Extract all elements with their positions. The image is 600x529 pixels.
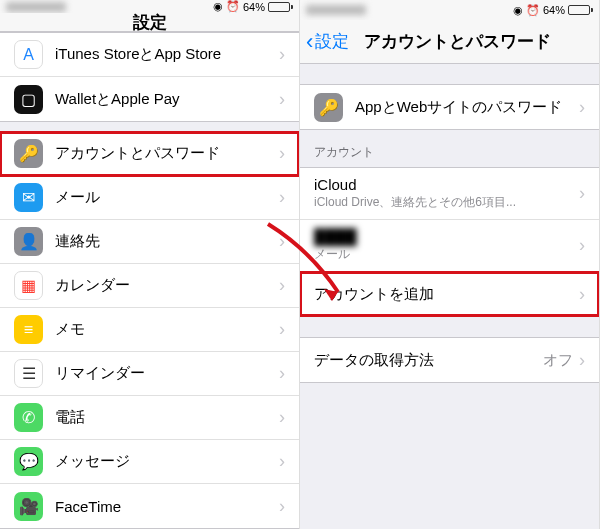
row-label: WalletとApple Pay bbox=[55, 90, 279, 109]
row-subtitle: メール bbox=[314, 246, 579, 263]
nav-bar: ‹ 設定 アカウントとパスワード bbox=[300, 20, 599, 64]
itunes-appstore-icon: A bbox=[14, 40, 43, 69]
accounts-passwords-row[interactable]: 🔑アカウントとパスワード› bbox=[0, 132, 299, 176]
status-bar: ◉ ⏰ 64% bbox=[300, 0, 599, 20]
key-icon: 🔑 bbox=[314, 93, 343, 122]
status-icons: ◉ ⏰ bbox=[513, 4, 540, 17]
chevron-right-icon: › bbox=[279, 89, 285, 110]
chevron-left-icon: ‹ bbox=[306, 29, 313, 55]
status-bar: ◉ ⏰ 64% bbox=[0, 0, 299, 13]
itunes-appstore-row[interactable]: AiTunes StoreとApp Store› bbox=[0, 33, 299, 77]
chevron-right-icon: › bbox=[279, 275, 285, 296]
row-label: FaceTime bbox=[55, 498, 279, 515]
row-label: リマインダー bbox=[55, 364, 279, 383]
battery-percent: 64% bbox=[543, 4, 565, 16]
accounts-group: iCloud iCloud Drive、連絡先とその他6項目... › ████… bbox=[300, 167, 599, 317]
row-label: iTunes StoreとApp Store bbox=[55, 45, 279, 64]
calendar-row[interactable]: ▦カレンダー› bbox=[0, 264, 299, 308]
chevron-right-icon: › bbox=[279, 451, 285, 472]
chevron-right-icon: › bbox=[279, 363, 285, 384]
chevron-right-icon: › bbox=[579, 284, 585, 305]
row-label: ████ bbox=[314, 228, 579, 246]
chevron-right-icon: › bbox=[279, 231, 285, 252]
back-button[interactable]: ‹ 設定 bbox=[300, 29, 349, 55]
calendar-icon: ▦ bbox=[14, 271, 43, 300]
contacts-row[interactable]: 👤連絡先› bbox=[0, 220, 299, 264]
row-label: データの取得方法 bbox=[314, 351, 543, 370]
row-label: AppとWebサイトのパスワード bbox=[355, 98, 579, 117]
row-label: カレンダー bbox=[55, 276, 279, 295]
chevron-right-icon: › bbox=[279, 187, 285, 208]
row-label: 連絡先 bbox=[55, 232, 279, 251]
fetch-group: データの取得方法 オフ › bbox=[300, 337, 599, 383]
icloud-row[interactable]: iCloud iCloud Drive、連絡先とその他6項目... › bbox=[300, 168, 599, 220]
chevron-right-icon: › bbox=[279, 319, 285, 340]
carrier-blur bbox=[306, 5, 366, 15]
chevron-right-icon: › bbox=[579, 350, 585, 371]
facetime-row[interactable]: 🎥FaceTime› bbox=[0, 484, 299, 528]
accounts-pane: ◉ ⏰ 64% ‹ 設定 アカウントとパスワード 🔑 AppとWebサイトのパス… bbox=[300, 0, 600, 529]
row-label: アカウントを追加 bbox=[314, 285, 579, 304]
chevron-right-icon: › bbox=[579, 183, 585, 204]
row-label: iCloud bbox=[314, 176, 579, 194]
battery-icon bbox=[268, 2, 293, 12]
messages-row[interactable]: 💬メッセージ› bbox=[0, 440, 299, 484]
settings-pane: ◉ ⏰ 64% 設定 AiTunes StoreとApp Store›▢Wall… bbox=[0, 0, 300, 529]
chevron-right-icon: › bbox=[279, 496, 285, 517]
accounts-passwords-icon: 🔑 bbox=[14, 139, 43, 168]
wallet-applepay-row[interactable]: ▢WalletとApple Pay› bbox=[0, 77, 299, 121]
wallet-applepay-icon: ▢ bbox=[14, 85, 43, 114]
facetime-icon: 🎥 bbox=[14, 492, 43, 521]
notes-icon: ≡ bbox=[14, 315, 43, 344]
status-icons: ◉ ⏰ bbox=[213, 0, 240, 13]
nav-title: 設定 bbox=[0, 11, 299, 34]
reminders-row[interactable]: ☰リマインダー› bbox=[0, 352, 299, 396]
row-detail: オフ bbox=[543, 351, 573, 370]
battery-icon bbox=[568, 5, 593, 15]
mail-icon: ✉ bbox=[14, 183, 43, 212]
add-account-row[interactable]: アカウントを追加 › bbox=[300, 272, 599, 316]
account-row-hidden[interactable]: ████ メール › bbox=[300, 220, 599, 272]
battery-percent: 64% bbox=[243, 1, 265, 13]
phone-row[interactable]: ✆電話› bbox=[0, 396, 299, 440]
row-label: メッセージ bbox=[55, 452, 279, 471]
notes-row[interactable]: ≡メモ› bbox=[0, 308, 299, 352]
row-label: アカウントとパスワード bbox=[55, 144, 279, 163]
chevron-right-icon: › bbox=[279, 143, 285, 164]
carrier-blur bbox=[6, 2, 66, 12]
messages-icon: 💬 bbox=[14, 447, 43, 476]
contacts-icon: 👤 bbox=[14, 227, 43, 256]
app-web-passwords-row[interactable]: 🔑 AppとWebサイトのパスワード › bbox=[300, 85, 599, 129]
reminders-icon: ☰ bbox=[14, 359, 43, 388]
chevron-right-icon: › bbox=[579, 97, 585, 118]
phone-icon: ✆ bbox=[14, 403, 43, 432]
chevron-right-icon: › bbox=[579, 235, 585, 256]
back-label: 設定 bbox=[315, 30, 349, 53]
chevron-right-icon: › bbox=[279, 44, 285, 65]
fetch-row[interactable]: データの取得方法 オフ › bbox=[300, 338, 599, 382]
section-header-accounts: アカウント bbox=[300, 130, 599, 167]
row-label: メモ bbox=[55, 320, 279, 339]
mail-row[interactable]: ✉メール› bbox=[0, 176, 299, 220]
nav-bar: 設定 bbox=[0, 13, 299, 32]
chevron-right-icon: › bbox=[279, 407, 285, 428]
row-label: 電話 bbox=[55, 408, 279, 427]
app-web-passwords-group: 🔑 AppとWebサイトのパスワード › bbox=[300, 84, 599, 130]
list-group-1: AiTunes StoreとApp Store›▢WalletとApple Pa… bbox=[0, 32, 299, 122]
row-label: メール bbox=[55, 188, 279, 207]
list-group-2: 🔑アカウントとパスワード›✉メール›👤連絡先›▦カレンダー›≡メモ›☰リマインダ… bbox=[0, 131, 299, 529]
row-subtitle: iCloud Drive、連絡先とその他6項目... bbox=[314, 194, 579, 211]
